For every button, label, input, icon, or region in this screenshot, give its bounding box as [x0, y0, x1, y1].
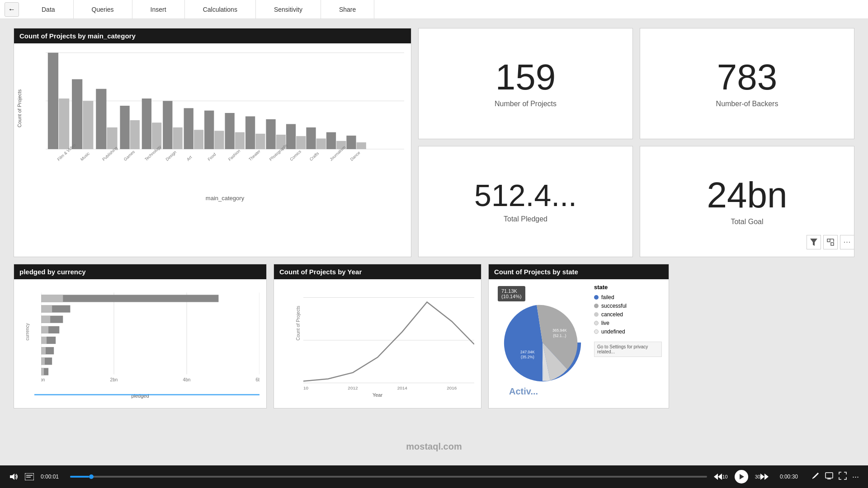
svg-rect-98	[827, 239, 830, 242]
svg-rect-6	[48, 53, 58, 149]
svg-rect-21	[214, 131, 224, 149]
more-icon-btn[interactable]: ···	[840, 235, 854, 249]
line-chart-y-label: Count of Projects	[296, 305, 301, 340]
pie-tooltip-percent: (10.14%)	[501, 294, 522, 299]
kpi-pledged-label: Total Pledged	[504, 215, 547, 223]
bar-chart-x-label: main_category	[46, 195, 404, 202]
pledged-chart-title: pledged by currency	[14, 264, 266, 279]
expand-icon	[827, 239, 834, 246]
legend-failed-label: failed	[601, 294, 614, 300]
captions-icon-btn[interactable]	[25, 473, 34, 480]
nav-item-data[interactable]: Data	[24, 0, 74, 19]
forward-button[interactable]: 30	[755, 473, 769, 481]
kpi-projects: 159 Number of Projects	[418, 28, 633, 139]
media-rewind-group: 10	[714, 473, 727, 481]
svg-text:Comics: Comics	[289, 149, 302, 162]
fullscreen-icon-btn[interactable]	[839, 472, 847, 482]
nav-item-sensitivity[interactable]: Sensitivity	[256, 0, 321, 19]
kpi-grid: 159 Number of Projects 783 Number-of Bac…	[418, 28, 854, 257]
line-chart-card: Count of Projects by Year Count of Proje…	[274, 264, 481, 408]
svg-marker-108	[764, 474, 769, 480]
kpi-projects-label: Number of Projects	[495, 100, 557, 108]
screen-icon	[825, 472, 833, 480]
svg-text:6bn: 6bn	[256, 377, 259, 382]
legend-live-dot	[594, 321, 599, 325]
svg-marker-107	[718, 474, 722, 480]
pie-section: 71.13K (10.14%)	[495, 284, 662, 401]
svg-rect-58	[41, 305, 52, 312]
kpi-pledged: 512.4... Total Pledged	[418, 146, 633, 257]
play-icon	[740, 474, 744, 479]
media-progress-bar[interactable]	[70, 476, 707, 478]
rewind-button[interactable]: 10	[714, 473, 727, 481]
svg-rect-12	[120, 106, 129, 149]
legend-successful: successful	[594, 303, 662, 309]
svg-text:Design: Design	[165, 150, 177, 162]
top-nav: ← DataQueriesInsertCalculationsSensitivi…	[0, 0, 868, 19]
legend-successful-dot	[594, 304, 599, 308]
bottom-row: pledged by currency currency	[14, 264, 854, 457]
more-options-btn[interactable]: ···	[852, 472, 859, 482]
svg-rect-68	[41, 357, 45, 365]
pledged-y-label: currency	[25, 323, 30, 340]
pledged-card: pledged by currency currency	[14, 264, 267, 408]
rewind-label: 10	[722, 474, 727, 479]
svg-rect-8	[72, 79, 82, 149]
svg-text:Music: Music	[80, 151, 90, 162]
svg-text:2010: 2010	[303, 385, 309, 390]
kpi-goal-label: Total Goal	[731, 218, 763, 226]
back-icon: ←	[8, 5, 15, 14]
kpi-goal-value: 24bn	[707, 177, 788, 213]
svg-text:2016: 2016	[447, 385, 457, 390]
pencil-icon-btn[interactable]	[811, 472, 820, 482]
svg-rect-13	[130, 120, 140, 149]
captions-icon	[25, 473, 34, 480]
svg-rect-32	[326, 132, 336, 149]
svg-text:Crafts: Crafts	[309, 151, 320, 162]
pie-tooltip-value: 71.13K	[501, 288, 522, 294]
filter-icon-btn[interactable]	[807, 235, 821, 249]
svg-rect-14	[142, 99, 151, 149]
svg-rect-22	[225, 113, 235, 149]
volume-icon-btn[interactable]	[9, 472, 18, 481]
svg-marker-106	[714, 474, 718, 480]
back-button[interactable]: ←	[5, 2, 19, 17]
svg-rect-30	[306, 127, 316, 149]
pie-active-label: Activ...	[509, 386, 538, 397]
media-fill	[70, 476, 89, 478]
nav-item-insert[interactable]: Insert	[132, 0, 185, 19]
dashboard: Count of Projects by main_category Count…	[0, 19, 868, 465]
nav-item-queries[interactable]: Queries	[74, 0, 132, 19]
svg-marker-102	[10, 474, 14, 480]
play-button[interactable]	[735, 470, 748, 483]
media-bar: 0:00:01 10 30 0:00:30	[0, 465, 868, 488]
media-current-time: 0:00:01	[41, 474, 63, 480]
svg-rect-9	[83, 101, 93, 149]
bar-chart-y-label: Count of Projects	[17, 89, 22, 127]
screen-icon-btn[interactable]	[825, 472, 833, 482]
svg-rect-7	[59, 99, 69, 149]
kpi-projects-value: 159	[495, 59, 556, 95]
svg-rect-62	[41, 326, 48, 333]
legend-canceled-label: canceled	[601, 311, 623, 318]
svg-rect-70	[41, 368, 44, 375]
svg-rect-20	[204, 111, 214, 149]
legend-canceled: canceled	[594, 311, 662, 318]
media-forward-group: 30	[755, 473, 769, 481]
svg-rect-66	[41, 347, 46, 354]
svg-rect-60	[41, 315, 50, 323]
svg-text:2014: 2014	[397, 385, 408, 390]
svg-text:Dance: Dance	[349, 150, 361, 162]
filter-icon	[810, 239, 817, 246]
nav-item-share[interactable]: Share	[321, 0, 374, 19]
pie-chart-card: Count of Projects by state 71.13K (10.14…	[488, 264, 669, 408]
svg-marker-109	[760, 474, 764, 480]
svg-rect-103	[25, 473, 34, 480]
nav-item-calculations[interactable]: Calculations	[185, 0, 256, 19]
pie-container: 71.13K (10.14%)	[495, 284, 590, 401]
expand-icon-btn[interactable]	[823, 235, 838, 249]
forward-icon	[760, 473, 769, 481]
legend-failed: failed	[594, 294, 662, 300]
legend-successful-label: successful	[601, 303, 627, 309]
settings-notification: Go to Settings for privacy related...	[594, 342, 662, 357]
